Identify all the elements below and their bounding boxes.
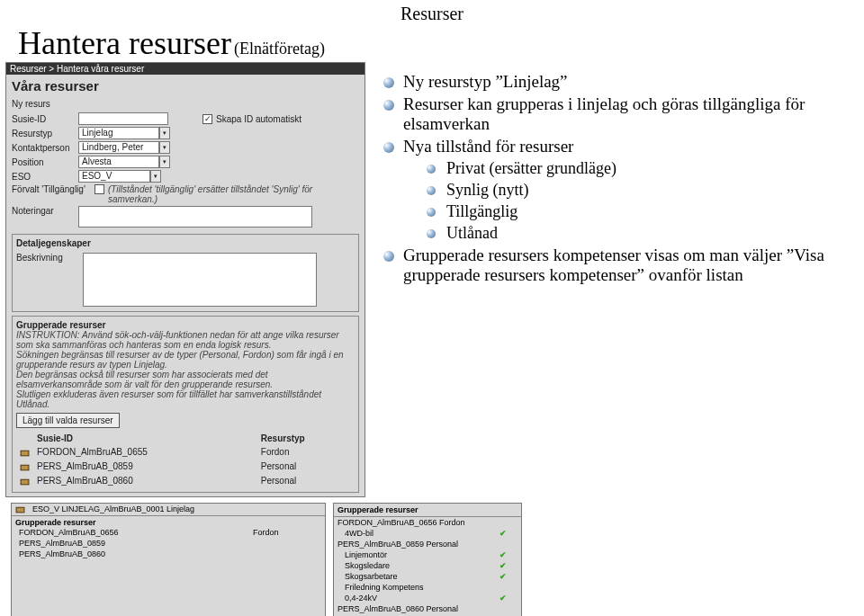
check-icon: ✔ <box>496 571 521 582</box>
eso-select[interactable]: ESO_V <box>78 170 150 183</box>
table-row: PERS_AlmBruAB_0859 <box>15 538 321 549</box>
svg-rect-3 <box>16 507 24 513</box>
position-select[interactable]: Alvesta <box>78 156 159 168</box>
detail-group: Detaljegenskaper Beskrivning <box>12 234 359 312</box>
resource-icon <box>20 448 30 458</box>
resource-icon <box>20 477 30 487</box>
breadcrumb: Resurser > Hantera våra resurser <box>6 63 364 75</box>
description-label: Beskrivning <box>16 253 79 263</box>
resource-type-label: Resurstyp <box>12 129 75 138</box>
check-icon: ✔ <box>496 593 521 603</box>
table-row: PERS_AlmBruAB_0860 Personal <box>334 603 521 614</box>
auto-id-label: Skapa ID automatiskt <box>216 114 302 124</box>
table-row[interactable]: PERS_AlmBruAB_0860Personal <box>16 474 355 488</box>
sub-bullet: Synlig (nytt) <box>427 181 864 200</box>
new-resource-link[interactable]: Ny resurs <box>12 99 50 109</box>
resource-icon <box>15 504 25 514</box>
resource-icon <box>20 462 30 472</box>
bullet: Resurser kan grupperas i linjelag och gö… <box>383 94 864 134</box>
notes-list: Ny resurstyp ”Linjelag” Resurser kan gru… <box>383 62 864 288</box>
chevron-down-icon[interactable]: ▾ <box>159 127 170 139</box>
eso-label: ESO <box>12 172 75 182</box>
grouped-instruction: INSTRUKTION: Använd sök-och-välj-funktio… <box>16 330 355 350</box>
contact-label: Kontaktperson <box>12 143 75 153</box>
page-subtitle: (Elnätföretag) <box>234 40 325 58</box>
forvalt-checkbox[interactable] <box>94 184 104 194</box>
mini-legend: Grupperade resurser <box>334 504 521 517</box>
contact-select[interactable]: Lindberg, Peter <box>78 141 159 154</box>
page-title: Hantera resurser <box>18 25 231 61</box>
resource-type-select[interactable]: Linjelag <box>78 127 159 139</box>
svg-rect-0 <box>21 451 29 456</box>
table-row[interactable]: FORDON_AlmBruAB_0655Fordon <box>16 445 355 460</box>
page-topic: Resurser <box>18 4 846 24</box>
table-row: FORDON_AlmBruAB_0656Fordon <box>15 527 321 538</box>
grouped-table: Susie-ID Resurstyp FORDON_AlmBruAB_0655F… <box>16 432 355 488</box>
bullet: Nya tillstånd för resurser Privat (ersät… <box>383 137 864 243</box>
table-row: FORDON_AlmBruAB_0656 Fordon <box>334 517 521 528</box>
svg-rect-1 <box>21 465 29 470</box>
grouped-legend: Grupperade resurser <box>16 320 355 330</box>
sub-bullet: Utlånad <box>427 224 864 243</box>
notes-label: Noteringar <box>12 206 75 216</box>
svg-rect-2 <box>21 479 29 485</box>
sub-bullet: Tillgänglig <box>427 202 864 221</box>
table-row: ESO_V LINJELAG_AlmBruAB_0001 Linjelag <box>12 504 325 515</box>
check-icon: ✔ <box>496 549 521 560</box>
sub-bullet: Privat (ersätter grundläge) <box>427 159 864 178</box>
chevron-down-icon[interactable]: ▾ <box>159 141 170 154</box>
panel-heading: Våra resurser <box>6 75 364 97</box>
mini-panel-competences: Grupperade resurser FORDON_AlmBruAB_0656… <box>333 503 522 616</box>
auto-id-checkbox[interactable]: ✓ <box>202 114 212 124</box>
grouped-instruction: Sökningen begränsas till resurser av de … <box>16 350 355 370</box>
grouped-group: Grupperade resurser INSTRUKTION: Använd … <box>12 316 359 493</box>
grouped-instruction: Slutligen exkluderas även resurser som f… <box>16 389 355 409</box>
chevron-down-icon[interactable]: ▾ <box>150 170 161 183</box>
forvalt-label: Förvalt 'Tillgänglig' <box>12 184 91 194</box>
susie-id-label: Susie-ID <box>12 114 75 124</box>
detail-legend: Detaljegenskaper <box>16 238 355 248</box>
notes-input[interactable] <box>78 206 312 228</box>
description-input[interactable] <box>83 253 317 307</box>
add-selected-button[interactable]: Lägg till valda resurser <box>16 413 120 428</box>
mini-legend: Grupperade resurser <box>15 518 321 527</box>
col-susie: Susie-ID <box>33 432 257 445</box>
table-row: PERS_AlmBruAB_0859 Personal <box>334 539 521 549</box>
bullet: Grupperade resursers kompetenser visas o… <box>383 246 864 285</box>
col-type: Resurstyp <box>257 432 355 445</box>
check-icon: ✔ <box>496 528 521 539</box>
bullet: Ny resurstyp ”Linjelag” <box>383 72 864 92</box>
grouped-instruction: Den begränsas också till resurser som ha… <box>16 370 355 389</box>
mini-panel-grouped: ESO_V LINJELAG_AlmBruAB_0001 Linjelag Gr… <box>11 503 326 616</box>
table-row: PERS_AlmBruAB_0860 <box>15 549 321 559</box>
susie-id-input[interactable] <box>78 112 168 125</box>
chevron-down-icon[interactable]: ▾ <box>159 156 170 168</box>
check-icon: ✔ <box>496 560 521 571</box>
position-label: Position <box>12 157 75 167</box>
resources-panel: Resurser > Hantera våra resurser Våra re… <box>5 62 365 497</box>
table-row[interactable]: PERS_AlmBruAB_0859Personal <box>16 460 355 474</box>
forvalt-note: (Tillståndet 'tillgänglig' ersätter till… <box>108 184 359 204</box>
